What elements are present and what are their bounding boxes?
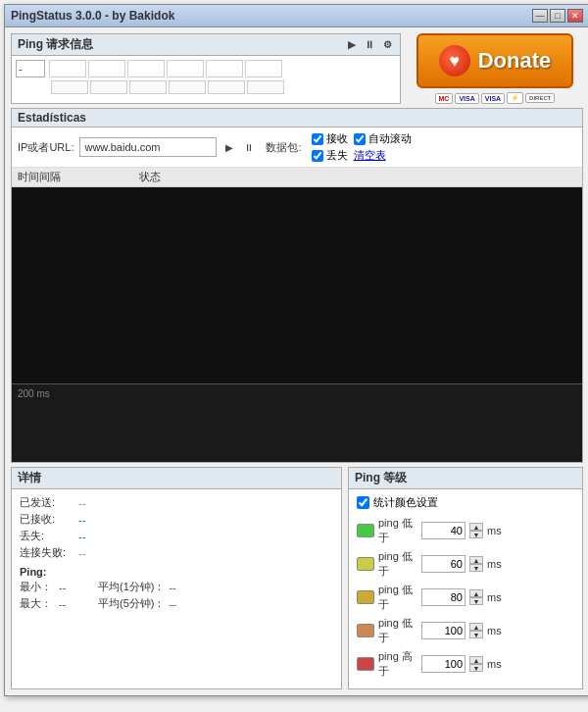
ping-cell2 [51,80,88,94]
loss-checkbox[interactable] [312,150,323,162]
avg1-value: -- [169,582,175,593]
stats-toolbar: IP或者URL: ▶ ⏸ 数据包: 接收 丢失 [12,127,582,168]
window-title: PingStatus 3.0.0 - by Bakidok [11,9,174,23]
clear-table-link[interactable]: 清空表 [354,148,386,163]
ping-id-input[interactable] [16,60,45,77]
spin-down-0[interactable]: ▼ [469,531,483,538]
conn-fail-row: 连接失败: -- [20,545,333,560]
ping-cell2 [90,80,127,94]
avg5-label: 平均(5分钟)： [98,596,165,611]
min-value: -- [59,582,88,593]
conn-fail-value: -- [78,547,85,559]
chart-label: 200 ms [18,388,50,399]
donate-label: Donate [478,48,552,74]
grade-row-4: ping 高于 ▲ ▼ ms [357,649,574,679]
donate-button[interactable]: ♥ Donate [416,33,573,88]
start-button[interactable]: ▶ [345,38,359,52]
grade-color-0 [357,524,374,537]
spin-up-3[interactable]: ▲ [469,623,483,631]
details-title: 详情 [12,468,341,489]
ping-request-title: Ping 请求信息 [18,36,93,53]
spinner-3: ▲ ▼ [469,623,483,638]
auto-scroll-checkbox[interactable] [354,133,366,145]
min-row: 最小： -- 平均(1分钟)： -- [20,580,333,594]
visa-icon: VISA [455,93,478,104]
recv-row: 已接收: -- [20,512,333,527]
spin-down-2[interactable]: ▼ [469,597,483,605]
recv-value: -- [78,514,85,526]
packet-checkboxes: 接收 丢失 [312,131,348,163]
loss-value: -- [78,531,85,542]
spin-down-4[interactable]: ▼ [469,664,483,672]
grade-text-1: ping 低于 [378,549,417,579]
spin-up-0[interactable]: ▲ [469,523,483,531]
grade-unit-2: ms [487,591,502,603]
close-button[interactable]: ✕ [567,9,583,23]
settings-button[interactable]: ⚙ [380,38,394,52]
ip-label: IP或者URL: [18,140,74,155]
stats-pause-button[interactable]: ⏸ [242,140,256,154]
ping-cell [167,60,204,77]
spin-down-3[interactable]: ▼ [469,631,483,638]
grade-content: 统计颜色设置 ping 低于 ▲ ▼ ms ping 低于 ▲ ▼ ms pin… [349,489,582,688]
grade-row-0: ping 低于 ▲ ▼ ms [357,516,574,545]
grade-input-0[interactable] [421,522,466,539]
grade-input-3[interactable] [421,622,466,639]
grade-color-1 [357,557,374,571]
receive-checkbox-item: 接收 [312,131,348,146]
grade-input-4[interactable] [421,655,466,673]
pause-button[interactable]: ⏸ [363,38,376,52]
grade-color-2 [357,590,374,604]
ping-section-title: Ping: [20,566,333,578]
max-row: 最大： -- 平均(5分钟)： -- [20,596,333,611]
spinner-0: ▲ ▼ [469,523,483,538]
min-label: 最小： [20,580,59,594]
sent-row: 已发送: -- [20,495,333,510]
ping-cell2 [129,80,167,94]
window-controls: — □ ✕ [532,9,583,23]
ping-row-1 [16,60,396,77]
ping-request-panel: Ping 请求信息 ▶ ⏸ ⚙ [11,33,401,104]
main-content: Ping 请求信息 ▶ ⏸ ⚙ [5,27,588,695]
ping-cell2 [208,80,245,94]
grade-input-1[interactable] [421,555,466,573]
color-settings-checkbox[interactable] [357,496,369,509]
grade-text-3: ping 低于 [378,616,417,645]
grade-text-0: ping 低于 [378,516,417,545]
loss-row: 丢失: -- [20,529,333,543]
grade-unit-3: ms [487,625,502,636]
ping-grade-panel: Ping 等级 统计颜色设置 ping 低于 ▲ ▼ ms ping 低于 ▲ … [348,467,583,689]
ping-cell [88,60,125,77]
url-input[interactable] [79,137,217,157]
receive-checkbox[interactable] [312,133,323,145]
stats-start-button[interactable]: ▶ [222,140,236,154]
ping-cell [127,60,165,77]
grade-input-2[interactable] [421,588,466,606]
col-time: 时间间隔 [18,170,61,184]
top-section: Ping 请求信息 ▶ ⏸ ⚙ [11,33,583,104]
max-value: -- [59,598,88,610]
ping-cell2 [247,80,284,94]
minimize-button[interactable]: — [532,9,548,23]
spin-up-4[interactable]: ▲ [469,656,483,664]
ping-table-area [12,56,400,98]
donate-icon: ♥ [439,45,470,76]
maximize-button[interactable]: □ [550,9,565,23]
auto-scroll-group: 自动滚动 清空表 [354,131,412,163]
data-label: 数据包: [266,140,301,155]
grade-unit-4: ms [487,658,502,670]
mastercard-icon: MC [435,93,454,104]
ping-cell [49,60,86,77]
avg5-value: -- [169,598,175,610]
loss-checkbox-item: 丢失 [312,148,348,163]
details-panel: 详情 已发送: -- 已接收: -- 丢失: -- 连接失败 [11,467,342,689]
spin-up-2[interactable]: ▲ [469,589,483,597]
spinner-2: ▲ ▼ [469,589,483,605]
ping-cell2 [169,80,206,94]
spin-down-1[interactable]: ▼ [469,564,483,572]
estadisticas-title: Estadísticas [12,109,582,127]
ping-grade-title: Ping 等级 [349,468,582,489]
ping-request-controls: ▶ ⏸ ⚙ [345,38,394,52]
spin-up-1[interactable]: ▲ [469,556,483,564]
loss-label: 丢失 [326,148,348,163]
